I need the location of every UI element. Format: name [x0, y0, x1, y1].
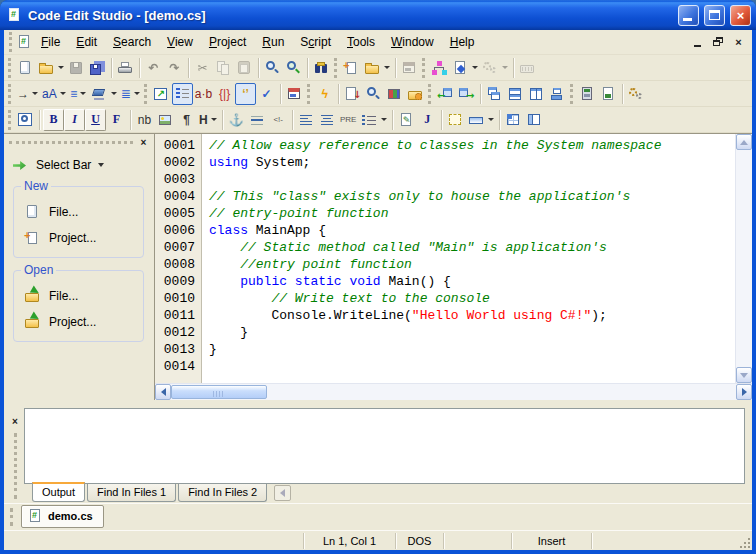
scroll-right-button[interactable] [736, 384, 752, 400]
layer-button[interactable] [445, 109, 466, 131]
output-panel-drag-handle[interactable] [14, 433, 17, 499]
new-project-button[interactable] [341, 57, 362, 79]
toolbar-handle-run-tools[interactable] [307, 84, 310, 104]
menubar-handle[interactable] [9, 32, 12, 52]
output-tab-output[interactable]: Output [32, 482, 85, 502]
editor-code[interactable]: // Allow easy reference to classes in th… [202, 134, 735, 383]
toolbar-handle-project[interactable] [334, 58, 337, 78]
maximize-button[interactable] [704, 5, 725, 26]
sort-document-button[interactable] [342, 83, 363, 105]
mdi-document-icon[interactable] [16, 34, 33, 50]
vertical-scroll-track[interactable] [736, 150, 752, 367]
convert-tabs-button[interactable]: → [15, 83, 40, 105]
sidebar-item-new-project[interactable]: Project... [24, 225, 137, 251]
preformatted-button[interactable]: PRE [338, 109, 359, 131]
editor-surface[interactable]: 0001000200030004000500060007000800090010… [155, 134, 735, 383]
scroll-up-button[interactable] [736, 134, 752, 150]
heading-button[interactable]: H [197, 109, 219, 131]
change-case-button[interactable]: aA [40, 83, 68, 105]
italic-button[interactable]: I [64, 109, 85, 131]
paragraph-mark-button[interactable]: ¶ [176, 109, 197, 131]
paragraph-format-button[interactable]: ≣ [119, 83, 142, 105]
align-center-button[interactable] [317, 109, 338, 131]
sidebar-close-button[interactable]: × [137, 137, 150, 149]
sidebar-item-open-project[interactable]: Project... [24, 309, 137, 335]
brace-match-button[interactable]: {|} [214, 83, 235, 105]
notes-button[interactable] [396, 109, 417, 131]
code-editor[interactable]: 0001000200030004000500060007000800090010… [155, 134, 752, 400]
folder-options-button[interactable] [405, 83, 426, 105]
print-button[interactable] [115, 57, 136, 79]
menu-edit[interactable]: Edit [68, 32, 105, 52]
toolbar-handle-extra-tools[interactable] [570, 84, 573, 104]
next-window-button[interactable] [456, 83, 477, 105]
calculator-button[interactable] [577, 83, 598, 105]
panel-splitter[interactable] [4, 400, 752, 408]
div-button[interactable] [466, 109, 496, 131]
output-panel-close-button[interactable]: × [9, 416, 22, 428]
toolbar-handle-window-tools[interactable] [428, 84, 431, 104]
insert-image-button[interactable] [155, 109, 176, 131]
show-spaces-button[interactable]: a·b [193, 83, 214, 105]
underline-button[interactable]: U [85, 109, 106, 131]
shell-document-button[interactable] [598, 83, 619, 105]
color-picker-button[interactable] [384, 83, 405, 105]
document-properties-button[interactable] [284, 83, 305, 105]
menu-help[interactable]: Help [442, 32, 483, 52]
preview-button[interactable] [15, 109, 36, 131]
find-in-files-button[interactable] [311, 57, 332, 79]
editor-vertical-scrollbar[interactable] [735, 134, 752, 383]
scroll-down-button[interactable] [736, 367, 752, 383]
full-screen-button[interactable] [151, 83, 172, 105]
replace-button[interactable] [283, 57, 304, 79]
non-breaking-space-button[interactable]: nb [134, 109, 155, 131]
open-file-button[interactable] [36, 57, 66, 79]
run-script-button[interactable] [450, 57, 480, 79]
quick-run-button[interactable]: ϟ [314, 83, 335, 105]
sidebar-item-open-file[interactable]: File... [24, 283, 137, 309]
spell-check-button[interactable]: ✓ [256, 83, 277, 105]
previous-window-button[interactable] [435, 83, 456, 105]
open-project-button[interactable] [362, 57, 392, 79]
smart-quotes-button[interactable]: ‘’ [235, 83, 256, 105]
table-button[interactable] [503, 109, 524, 131]
align-left-button[interactable] [296, 109, 317, 131]
toolbar-handle-view-tools[interactable] [144, 84, 147, 104]
menu-project[interactable]: Project [201, 32, 254, 52]
output-panel-content[interactable] [24, 408, 745, 484]
font-button[interactable]: F [106, 109, 127, 131]
mdi-minimize-button[interactable] [690, 35, 707, 50]
cascade-windows-button[interactable] [484, 83, 505, 105]
select-bar-dropdown[interactable]: Select Bar [4, 148, 154, 182]
menu-tools[interactable]: Tools [339, 32, 383, 52]
output-tab-find-in-files-2[interactable]: Find In Files 2 [178, 484, 267, 502]
mdi-close-button[interactable]: × [730, 35, 747, 50]
close-button[interactable]: × [730, 5, 751, 26]
line-numbers-button[interactable] [172, 83, 193, 105]
line-operations-button[interactable]: ≡ [68, 83, 89, 105]
frames-button[interactable] [524, 109, 545, 131]
comment-button[interactable]: <!- [268, 109, 289, 131]
zoom-button[interactable] [363, 83, 384, 105]
new-file-button[interactable] [15, 57, 36, 79]
menu-run[interactable]: Run [254, 32, 292, 52]
toolbar-handle-script[interactable] [422, 58, 425, 78]
menu-view[interactable]: View [159, 32, 201, 52]
save-all-button[interactable] [87, 57, 108, 79]
menu-script[interactable]: Script [292, 32, 339, 52]
toolbar-handle-edit-tools[interactable] [8, 84, 11, 104]
anchor-button[interactable]: ⚓ [226, 109, 247, 131]
arrange-icons-button[interactable] [547, 83, 568, 105]
toolbar-handle-html[interactable] [8, 110, 11, 130]
document-tabbar-handle[interactable] [10, 508, 13, 526]
menu-window[interactable]: Window [383, 32, 442, 52]
sidebar-drag-handle[interactable] [9, 141, 133, 144]
find-button[interactable] [262, 57, 283, 79]
horizontal-scroll-thumb[interactable] [171, 385, 267, 399]
sidebar-item-new-file[interactable]: File... [24, 199, 137, 225]
list-button[interactable] [359, 109, 389, 131]
menu-search[interactable]: Search [105, 32, 159, 52]
settings-gears-button[interactable] [626, 83, 647, 105]
horizontal-rule-button[interactable] [247, 109, 268, 131]
javascript-button[interactable]: J [417, 109, 438, 131]
